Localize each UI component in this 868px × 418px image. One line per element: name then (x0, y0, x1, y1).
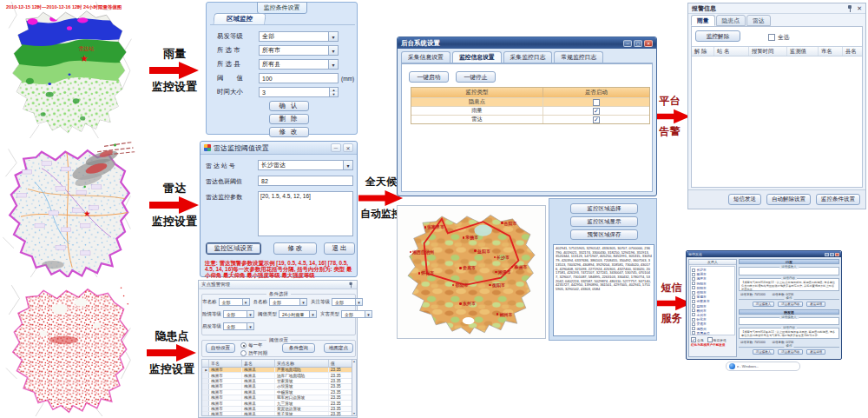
alarm-col-header[interactable]: 县名 (843, 47, 862, 56)
pin-icon[interactable] (847, 5, 853, 12)
tree-checkbox[interactable] (692, 309, 695, 312)
send-sms-button[interactable]: 发送短信 (806, 302, 825, 307)
radio-icon[interactable] (240, 350, 247, 356)
modify-button[interactable]: 修 改 (273, 242, 317, 255)
table-row[interactable]: 雷达 ✓ (411, 115, 649, 123)
county-select[interactable]: 所有县▾ (259, 59, 339, 70)
modify-button[interactable]: 修 改 (269, 127, 309, 137)
clear-recipients-button[interactable]: 清空接收人 (753, 302, 775, 307)
tree-checkbox[interactable] (692, 269, 695, 272)
city-select[interactable]: 所有市▾ (259, 45, 339, 56)
tree-checkbox[interactable] (692, 300, 695, 303)
select-all-checkbox[interactable]: ✓ (691, 337, 696, 342)
tree-checkbox[interactable] (692, 277, 695, 281)
taskbar-item[interactable]: e - Windows... (737, 364, 759, 368)
chevron-down-icon[interactable]: ▾ (328, 60, 338, 69)
tree-checkbox[interactable] (692, 295, 695, 299)
chevron-down-icon[interactable]: ▾ (343, 161, 352, 169)
tree-checkbox[interactable] (692, 322, 695, 326)
clear-content-button[interactable]: 清空发送内容 (778, 302, 803, 307)
maximize-icon[interactable] (830, 253, 834, 256)
close-icon[interactable]: ✕ (343, 143, 353, 152)
region-save-button[interactable]: 预警区域保存 (570, 229, 638, 240)
region-coords-textarea[interactable]: 402941, 57515905, 3290142, 4330305, 3070… (553, 244, 654, 336)
app-orb-icon[interactable] (729, 363, 735, 369)
table-row[interactable]: 雨量 ✓ (411, 106, 649, 115)
minimize-icon[interactable]: ─ (331, 143, 341, 152)
col-site[interactable]: 灾点名称 (275, 360, 329, 367)
chevron-down-icon[interactable]: ▾ (299, 299, 306, 305)
radio-history-period[interactable]: 历年同期 (240, 350, 267, 356)
tree-checkbox[interactable] (692, 304, 695, 308)
tree-checkbox[interactable] (692, 273, 695, 276)
col-county[interactable]: 县名 (242, 360, 275, 367)
query-button[interactable]: 条件查询 (282, 343, 315, 353)
preview-option[interactable]: 预览发送 (707, 337, 727, 342)
filter-select[interactable]: 全部▾ (341, 310, 372, 318)
minimize-icon[interactable] (825, 253, 829, 256)
send-sms-button[interactable]: 发送短信 (806, 349, 825, 355)
send-sms-button[interactable]: 短信发送 (728, 194, 761, 205)
spin-down-icon[interactable]: ▼ (330, 92, 338, 96)
alarm-col-header[interactable]: 解 除 (692, 47, 714, 56)
threshold-input[interactable]: 100 (259, 73, 339, 83)
filter-select[interactable]: 全部▾ (332, 298, 363, 306)
alarm-col-header[interactable]: 监测值 (787, 47, 819, 56)
enabled-checkbox[interactable]: ✓ (593, 108, 600, 115)
monitor-condition-button[interactable]: 监控条件设置 (816, 194, 860, 205)
release-button[interactable]: 监控解除 (695, 30, 740, 42)
alarm-tab[interactable]: 雷达 (746, 15, 771, 26)
col-monitor-type[interactable]: 监控类型 (411, 88, 543, 97)
col-value[interactable]: 值 (329, 360, 352, 367)
table-scrollbar[interactable]: ▲▼ (352, 359, 357, 416)
tree-checkbox[interactable] (692, 313, 695, 316)
map-locate-button[interactable]: 地图定点 (324, 343, 353, 353)
station-select[interactable]: 长沙雷达▾ (258, 160, 353, 170)
radio-current-year[interactable]: 每一年 (240, 342, 263, 348)
auto-set-button[interactable]: 自动设置 (206, 343, 235, 353)
alarm-tab[interactable]: 雨量 (691, 15, 715, 26)
minimize-icon[interactable]: ─ (623, 40, 632, 47)
enabled-checkbox[interactable]: ✓ (593, 116, 600, 123)
spinner-arrows[interactable]: ▲▼ (329, 88, 338, 96)
content-box[interactable]: 短信内容 【湖南天气预报914雷达1】: 以上区域出现强雷达回波, 监测值已超阈… (739, 328, 839, 339)
tree-checkbox[interactable] (692, 318, 695, 322)
chevron-down-icon[interactable]: ▾ (328, 32, 338, 41)
confirm-button[interactable]: 确 认 (269, 101, 309, 111)
chevron-down-icon[interactable]: ▾ (365, 311, 372, 317)
alarm-col-header[interactable]: 市名 (819, 47, 843, 56)
preview-checkbox[interactable] (707, 337, 713, 342)
dialog-tab[interactable]: 采集信息设置 (401, 51, 450, 63)
tree-checkbox[interactable] (692, 331, 695, 335)
auto-release-settings-button[interactable]: 自动解除设置 (766, 194, 811, 205)
dialog-tab[interactable]: 常规监控日志 (554, 51, 603, 63)
close-icon[interactable]: ✕ (644, 40, 653, 47)
select-all-checkbox[interactable] (768, 34, 775, 41)
spot-threshold-input[interactable]: 82 (258, 176, 353, 186)
region-select-button[interactable]: 监控区域选择 (570, 203, 638, 214)
enabled-checkbox[interactable] (593, 99, 600, 106)
delete-button[interactable]: 删 除 (269, 114, 309, 124)
table-row[interactable]: 隐患点 (411, 97, 649, 106)
region-settings-button[interactable]: 监控区域设置 (206, 242, 261, 255)
time-spinner[interactable]: 3 ▲▼ (259, 87, 339, 97)
filter-select[interactable]: 全部▾ (223, 310, 254, 318)
content-box[interactable]: 短信内容 【湖南天气预报914雨量1】: 以上站点出现强降雨, 监测值已超阈值,… (739, 278, 839, 291)
alarm-tab[interactable]: 隐患点 (716, 15, 746, 26)
region-display-button[interactable]: 监控区域显示 (570, 216, 638, 227)
close-icon[interactable]: ✕ (857, 5, 862, 11)
select-all[interactable]: 全选 (768, 33, 790, 42)
table-row[interactable]: 株洲市 株洲县 李子滑坡 23.35 (202, 412, 355, 416)
scroll-up-icon[interactable]: ▲ (352, 360, 355, 363)
stop-all-button[interactable]: 一键停止 (456, 71, 496, 83)
tree-checkbox[interactable] (692, 291, 695, 295)
alarm-col-header[interactable]: 报警时间 (749, 47, 787, 56)
chevron-down-icon[interactable]: ▾ (355, 299, 362, 305)
maximize-icon[interactable]: ▢ (634, 40, 642, 47)
filter-select[interactable]: 全部▾ (269, 298, 307, 306)
col-city[interactable]: 市名 (209, 360, 242, 367)
tree-checkbox[interactable] (692, 282, 695, 285)
scroll-down-icon[interactable]: ▼ (352, 412, 355, 415)
chevron-down-icon[interactable]: ▾ (309, 311, 316, 317)
exit-button[interactable]: 退 出 (324, 242, 355, 255)
